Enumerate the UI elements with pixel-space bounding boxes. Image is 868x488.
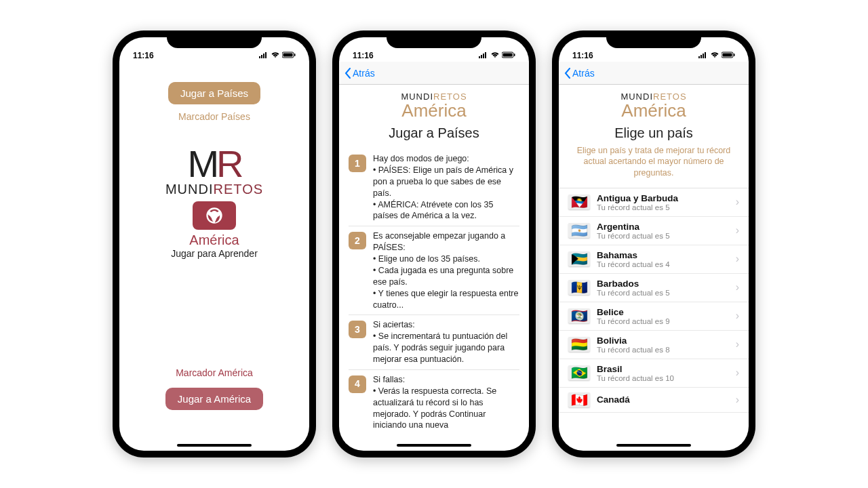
svg-rect-9 [483,54,484,58]
chevron-right-icon: › [736,310,739,322]
rule-text: Si aciertas: • Se incrementará tu puntua… [373,319,519,365]
score-america-link[interactable]: Marcador América [176,367,253,378]
status-time: 11:16 [572,51,593,60]
country-name: Canadá [597,394,729,405]
battery-icon [502,51,515,60]
rule-number: 1 [349,155,366,172]
svg-rect-16 [703,54,704,58]
country-record: Tu récord actual es 9 [597,317,729,325]
page-title: Elige un país [568,125,739,141]
country-name: Barbados [597,279,729,289]
logo-wordmark: MUNDIRETOS [165,182,263,197]
back-label: Atrás [572,68,595,79]
page-hint: Elige un país y trata de mejorar tu réco… [568,145,739,178]
country-row[interactable]: 🇧🇧BarbadosTu récord actual es 5› [559,274,749,302]
phone-country-list: 11:16 Atrás MUNDIRETOS América Elige un … [552,30,755,458]
svg-rect-8 [481,55,482,58]
back-label: Atrás [353,68,375,79]
globe-icon [193,201,236,230]
flag-icon: 🇧🇴 [568,337,590,352]
flag-icon: 🇧🇧 [568,280,590,295]
back-button[interactable]: Atrás [344,68,375,79]
country-row[interactable]: 🇨🇦Canadá› [559,388,749,413]
chevron-right-icon: › [736,367,739,379]
country-row[interactable]: 🇧🇷BrasilTu récord actual es 10› [559,359,749,388]
country-record: Tu récord actual es 5 [597,232,729,240]
wifi-icon [271,51,280,60]
country-name: Brasil [597,364,729,374]
chevron-left-icon [344,68,351,79]
phone-home: 11:16 Jugar a Países Marcador Países MR … [113,30,316,458]
svg-rect-7 [479,56,480,58]
signal-icon [698,51,708,60]
country-row[interactable]: 🇦🇬Antigua y BarbudaTu récord actual es 5… [559,188,749,217]
country-row[interactable]: 🇧🇸BahamasTu récord actual es 4› [559,245,749,274]
flag-icon: 🇧🇸 [568,251,590,266]
country-name: Argentina [597,222,729,232]
chevron-right-icon: › [736,338,739,350]
svg-rect-14 [698,56,700,58]
chevron-left-icon [564,68,571,79]
country-record: Tu récord actual es 4 [597,260,729,268]
svg-rect-2 [263,54,264,58]
chevron-right-icon: › [736,224,739,237]
svg-rect-5 [283,54,293,57]
rule-text: Es aconsejable empezar jugando a PAÍSES:… [373,230,519,310]
signal-icon [479,51,488,60]
country-row[interactable]: 🇦🇷ArgentinaTu récord actual es 5› [559,217,749,245]
svg-rect-17 [705,52,706,58]
play-countries-button[interactable]: Jugar a Países [168,82,260,104]
score-countries-link[interactable]: Marcador Países [178,111,250,122]
flag-icon: 🇦🇬 [568,195,590,209]
battery-icon [722,51,735,60]
flag-icon: 🇧🇷 [568,365,590,380]
svg-rect-10 [485,52,486,58]
svg-rect-12 [503,54,513,57]
country-name: Bahamas [597,250,729,260]
rule-text: Si fallas: • Verás la respuesta correcta… [373,374,519,431]
country-record: Tu récord actual es 8 [597,346,729,354]
brand-region: América [339,100,529,121]
device-notch [387,30,481,48]
chevron-right-icon: › [736,281,739,293]
flag-icon: 🇦🇷 [568,223,590,238]
battery-icon [282,51,296,60]
rule-item: 4Si fallas: • Verás la respuesta correct… [349,369,519,435]
rule-item: 3Si aciertas: • Se incrementará tu puntu… [349,314,519,369]
svg-rect-13 [514,54,515,56]
country-name: Bolivia [597,336,729,346]
svg-rect-6 [294,54,296,56]
signal-icon [259,51,269,60]
device-notch [606,30,701,48]
chevron-right-icon: › [736,196,739,208]
back-button[interactable]: Atrás [564,68,595,79]
flag-icon: 🇧🇿 [568,308,590,323]
play-america-button[interactable]: Jugar a América [165,388,263,410]
country-record: Tu récord actual es 10 [597,374,729,382]
country-row[interactable]: 🇧🇿BeliceTu récord actual es 9› [559,302,749,331]
svg-rect-19 [723,54,732,57]
home-indicator [397,444,471,447]
svg-rect-0 [259,56,260,58]
svg-rect-15 [701,55,702,58]
country-record: Tu récord actual es 5 [597,203,729,211]
country-row[interactable]: 🇧🇴BoliviaTu récord actual es 8› [559,331,749,359]
logo-initials: MR [187,145,241,183]
wifi-icon [710,51,719,60]
rule-item: 2Es aconsejable empezar jugando a PAÍSES… [349,226,519,314]
rule-number: 2 [349,232,366,249]
svg-rect-3 [265,52,267,58]
status-time: 11:16 [353,51,374,60]
device-notch [167,30,262,48]
chevron-right-icon: › [736,394,739,406]
rule-number: 4 [349,375,366,393]
rule-text: Hay dos modos de juego: • PAÍSES: Elige … [373,153,519,222]
logo-tagline: Jugar para Aprender [171,248,258,259]
phone-rules: 11:16 Atrás MUNDIRETOS América Jugar a P… [332,30,536,458]
logo-region: América [189,232,239,248]
country-name: Belice [597,307,729,317]
home-indicator [177,444,252,447]
chevron-right-icon: › [736,253,739,265]
home-indicator [616,444,691,447]
rule-item: 1Hay dos modos de juego: • PAÍSES: Elige… [349,149,519,226]
